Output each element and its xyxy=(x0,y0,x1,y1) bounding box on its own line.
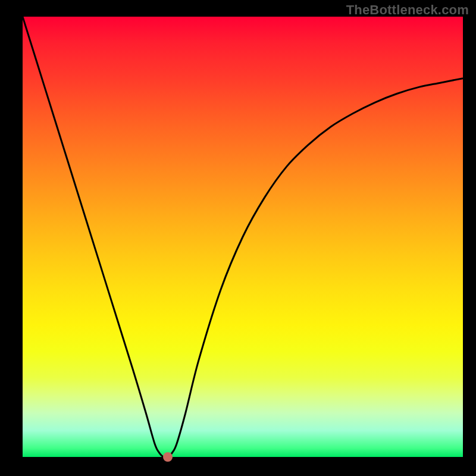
bottleneck-curve-path xyxy=(23,17,463,457)
optimum-marker xyxy=(163,452,173,462)
chart-frame: TheBottleneck.com xyxy=(0,0,476,476)
bottleneck-curve-svg xyxy=(23,17,463,457)
plot-area xyxy=(23,17,463,457)
watermark-text: TheBottleneck.com xyxy=(346,2,469,18)
